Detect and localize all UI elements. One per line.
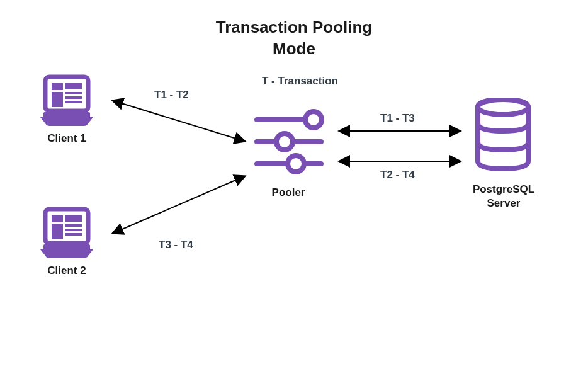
svg-rect-12 (65, 224, 82, 227)
edge-label-c2-pooler: T3 - T4 (159, 239, 193, 251)
diagram-title: Transaction Pooling Mode (0, 17, 588, 60)
server-label-line2: Server (487, 197, 521, 209)
server-label-line1: PostgreSQL (473, 183, 534, 195)
server-icon (468, 98, 538, 180)
svg-point-22 (288, 156, 304, 172)
svg-rect-14 (65, 233, 82, 236)
svg-rect-15 (43, 244, 90, 251)
server-label: PostgreSQL Server (460, 183, 548, 210)
title-line2: Mode (273, 39, 315, 58)
svg-point-17 (305, 111, 322, 128)
svg-point-19 (276, 134, 293, 150)
arrow-client2-pooler (113, 176, 244, 233)
svg-rect-5 (65, 96, 82, 99)
legend-transaction: T - Transaction (262, 75, 338, 88)
title-line1: Transaction Pooling (216, 18, 372, 37)
svg-rect-10 (52, 224, 63, 239)
svg-rect-7 (43, 112, 90, 118)
client1-label: Client 1 (35, 132, 98, 145)
svg-rect-11 (65, 215, 82, 222)
svg-rect-13 (65, 229, 82, 231)
pooler-icon (251, 107, 326, 179)
svg-rect-6 (65, 101, 82, 103)
edge-label-bottom: T2 - T4 (380, 169, 415, 181)
edge-label-c1-pooler: T1 - T2 (154, 89, 189, 101)
client2-label: Client 2 (35, 265, 98, 277)
pooler-label: Pooler (251, 186, 326, 199)
client2-icon (35, 207, 98, 260)
svg-point-24 (478, 100, 528, 115)
svg-rect-1 (52, 83, 63, 90)
svg-rect-9 (52, 215, 63, 222)
svg-rect-4 (65, 92, 82, 94)
svg-rect-3 (65, 83, 82, 89)
client1-icon (35, 74, 98, 128)
svg-rect-2 (52, 92, 63, 107)
edge-label-top: T1 - T3 (380, 112, 415, 125)
arrow-client1-pooler (113, 101, 244, 141)
